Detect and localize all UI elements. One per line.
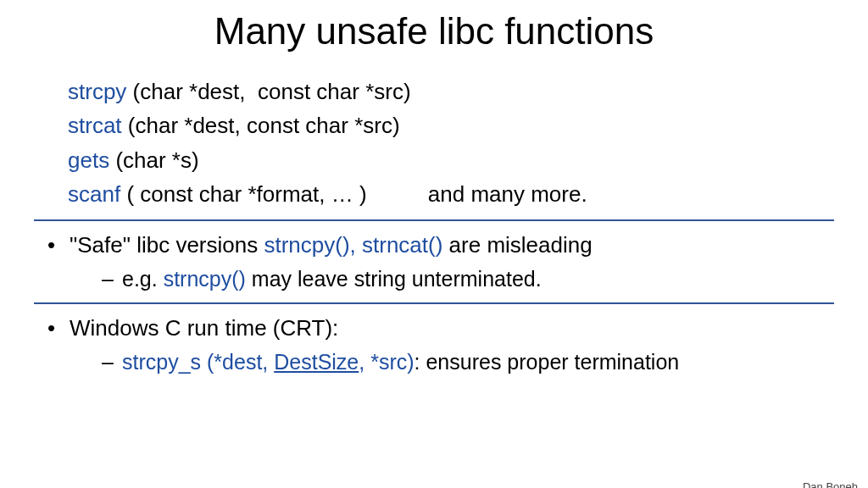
slide: Many unsafe libc functions strcpy (char … bbox=[0, 10, 868, 488]
fn-inline: , *src) bbox=[359, 350, 414, 374]
fn-strcpy: strcpy (char *dest, const char *src) bbox=[68, 75, 868, 108]
fn-sig: (char *dest, const char *src) bbox=[126, 79, 410, 104]
fn-sig: (char *s) bbox=[109, 147, 198, 173]
text: may leave string unterminated. bbox=[246, 267, 542, 291]
fn-trail: and many more. bbox=[367, 181, 587, 207]
fn-name: scanf bbox=[68, 181, 120, 207]
sub-bullet: strcpy_s (*dest, DestSize, *src): ensure… bbox=[98, 347, 868, 377]
divider bbox=[34, 219, 834, 221]
fn-name: strcpy bbox=[68, 79, 126, 104]
author-label: Dan Boneh bbox=[803, 480, 858, 488]
text: "Safe" libc versions bbox=[70, 232, 264, 258]
fn-destsize: DestSize bbox=[274, 350, 359, 374]
slide-title: Many unsafe libc functions bbox=[0, 10, 868, 53]
bullet-safe: "Safe" libc versions strncpy(), strncat(… bbox=[42, 230, 868, 294]
sub-list: e.g. strncpy() may leave string untermin… bbox=[98, 263, 868, 294]
safe-section: "Safe" libc versions strncpy(), strncat(… bbox=[42, 230, 868, 294]
fn-inline: strncpy() bbox=[164, 267, 246, 291]
fn-gets: gets (char *s) bbox=[68, 143, 868, 177]
fn-name: gets bbox=[68, 147, 109, 173]
crt-section: Windows C run time (CRT): strcpy_s (*des… bbox=[42, 313, 868, 377]
text: are misleading bbox=[442, 232, 592, 258]
fn-name: strcat bbox=[68, 113, 122, 138]
text: Windows C run time (CRT): bbox=[70, 315, 338, 341]
fn-sig: (char *dest, const char *src) bbox=[122, 113, 400, 138]
sub-bullet: e.g. strncpy() may leave string untermin… bbox=[98, 263, 868, 294]
text: e.g. bbox=[122, 267, 164, 291]
fn-inline: strcpy_s (*dest, bbox=[122, 350, 274, 374]
fn-strcat: strcat (char *dest, const char *src) bbox=[68, 108, 868, 142]
sub-list: strcpy_s (*dest, DestSize, *src): ensure… bbox=[98, 347, 868, 377]
text: : bbox=[415, 350, 420, 374]
function-list: strcpy (char *dest, const char *src) str… bbox=[68, 75, 868, 211]
fn-sig: ( const char *format, … ) bbox=[120, 181, 366, 207]
bullet-crt: Windows C run time (CRT): strcpy_s (*des… bbox=[42, 313, 868, 377]
fn-scanf: scanf ( const char *format, … ) and many… bbox=[68, 177, 868, 211]
divider bbox=[34, 302, 834, 304]
fn-inline: strncpy(), strncat() bbox=[264, 232, 442, 258]
text: ensures proper termination bbox=[420, 350, 680, 374]
